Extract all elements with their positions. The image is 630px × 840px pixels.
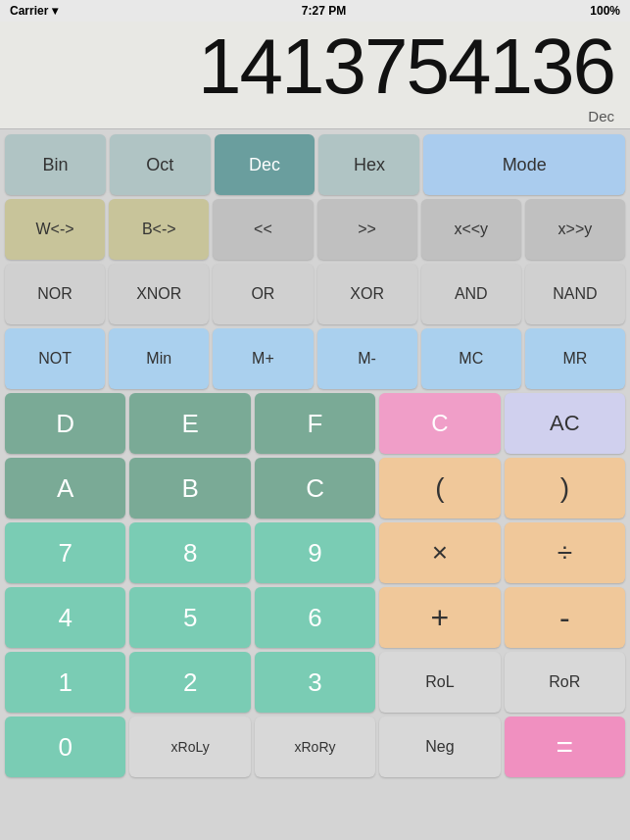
btn-2[interactable]: 2 (129, 652, 250, 713)
def-row: D E F C AC (5, 393, 625, 454)
btn-c-clr[interactable]: C (379, 393, 500, 454)
btn-xshry[interactable]: x>>y (525, 199, 625, 260)
btn-rparen[interactable]: ) (505, 458, 625, 519)
btn-4[interactable]: 4 (5, 587, 125, 648)
btn-shl[interactable]: << (213, 199, 313, 260)
display-number: 1413754136 (198, 27, 614, 106)
btn-sub[interactable]: - (505, 587, 625, 648)
btn-nor[interactable]: NOR (5, 264, 105, 324)
btn-mminus[interactable]: M- (317, 328, 417, 389)
btn-nand[interactable]: NAND (525, 264, 625, 324)
status-bar: Carrier ▾ 7:27 PM 100% (0, 0, 630, 22)
btn-ac[interactable]: AC (505, 393, 625, 454)
btn-mc[interactable]: MC (421, 328, 521, 389)
btn-not[interactable]: NOT (5, 328, 105, 389)
row-789: 7 8 9 × ÷ (5, 522, 625, 583)
btn-e[interactable]: E (129, 393, 250, 454)
memory-row: NOT Min M+ M- MC MR (5, 328, 625, 389)
btn-min[interactable]: Min (109, 328, 209, 389)
btn-blr[interactable]: B<-> (109, 199, 209, 260)
btn-7[interactable]: 7 (5, 522, 125, 583)
btn-1[interactable]: 1 (5, 652, 125, 713)
btn-c-hex[interactable]: C (255, 458, 375, 519)
btn-or[interactable]: OR (213, 264, 313, 324)
base-row: Bin Oct Dec Hex Mode (5, 134, 625, 195)
btn-9[interactable]: 9 (255, 522, 375, 583)
display-base: Dec (588, 108, 614, 124)
row-0xy: 0 xRoLy xRoRy Neg = (5, 716, 625, 777)
btn-xnor[interactable]: XNOR (109, 264, 209, 324)
btn-mr[interactable]: MR (525, 328, 625, 389)
btn-8[interactable]: 8 (129, 522, 250, 583)
btn-shr[interactable]: >> (317, 199, 417, 260)
time-label: 7:27 PM (302, 4, 346, 18)
abc-row: A B C ( ) (5, 458, 625, 519)
row-456: 4 5 6 + - (5, 587, 625, 648)
btn-mode[interactable]: Mode (423, 134, 625, 195)
btn-and[interactable]: AND (421, 264, 521, 324)
btn-oct[interactable]: Oct (110, 134, 211, 195)
btn-ror[interactable]: RoR (505, 652, 625, 713)
btn-wlr[interactable]: W<-> (5, 199, 105, 260)
btn-neg[interactable]: Neg (379, 716, 500, 777)
btn-b[interactable]: B (129, 458, 250, 519)
btn-6[interactable]: 6 (255, 587, 375, 648)
btn-5[interactable]: 5 (129, 587, 250, 648)
btn-xrory[interactable]: xRoRy (255, 716, 375, 777)
battery-label: 100% (590, 4, 620, 18)
carrier-label: Carrier ▾ (10, 4, 58, 18)
btn-mplus[interactable]: M+ (213, 328, 313, 389)
btn-add[interactable]: + (379, 587, 500, 648)
btn-bin[interactable]: Bin (5, 134, 106, 195)
shift-row: W<-> B<-> << >> x<<y x>>y (5, 199, 625, 260)
btn-div[interactable]: ÷ (505, 522, 625, 583)
btn-0[interactable]: 0 (5, 716, 125, 777)
btn-f[interactable]: F (255, 393, 375, 454)
btn-3[interactable]: 3 (255, 652, 375, 713)
btn-xor[interactable]: XOR (317, 264, 417, 324)
btn-xroly[interactable]: xRoLy (129, 716, 250, 777)
logic-row: NOR XNOR OR XOR AND NAND (5, 264, 625, 324)
btn-d[interactable]: D (5, 393, 125, 454)
btn-dec[interactable]: Dec (215, 134, 315, 195)
btn-hex[interactable]: Hex (318, 134, 419, 195)
btn-mul[interactable]: × (379, 522, 500, 583)
btn-eq[interactable]: = (505, 716, 625, 777)
row-123: 1 2 3 RoL RoR (5, 652, 625, 713)
calculator-body: Bin Oct Dec Hex Mode W<-> B<-> << >> x<<… (0, 129, 630, 782)
btn-rol[interactable]: RoL (379, 652, 500, 713)
btn-a[interactable]: A (5, 458, 125, 519)
calculator-display: 1413754136 Dec (0, 22, 630, 129)
btn-lparen[interactable]: ( (379, 458, 500, 519)
btn-xshly[interactable]: x<<y (421, 199, 521, 260)
